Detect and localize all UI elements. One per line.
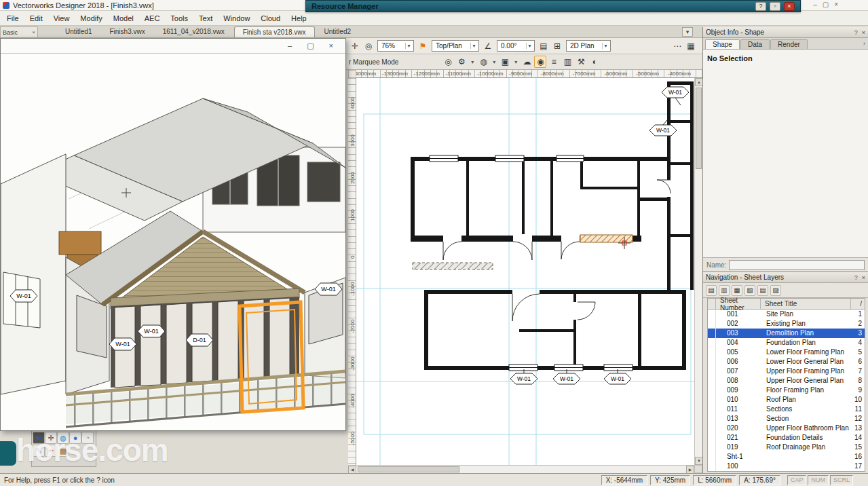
class-options-icon[interactable]: ⊞ bbox=[551, 40, 563, 52]
sheet-row[interactable]: 003Demolition Plan3 bbox=[708, 329, 865, 338]
pan-tool-icon[interactable]: ✛ bbox=[45, 432, 57, 444]
column-icon[interactable]: ▥ bbox=[561, 56, 573, 68]
stacking-order-column-header[interactable]: / bbox=[851, 299, 865, 309]
sheet-row[interactable]: 009Floor Framing Plan9 bbox=[708, 386, 865, 395]
caret-icon[interactable]: ▾ bbox=[526, 43, 533, 49]
basket-weave-icon[interactable]: ▩ bbox=[57, 445, 69, 457]
basic-tool-palette[interactable]: Basic × bbox=[0, 26, 38, 38]
menu-model[interactable]: Model bbox=[108, 12, 139, 24]
menu-window[interactable]: Window bbox=[218, 12, 255, 24]
tab-render[interactable]: Render bbox=[770, 39, 808, 49]
render-ball-icon[interactable]: ● bbox=[69, 432, 81, 444]
zoom-tool-icon[interactable]: ◎ bbox=[442, 56, 454, 68]
caret-icon[interactable]: ▾ bbox=[470, 43, 477, 49]
drawing-canvas[interactable]: W-01 W-01 W-01 W-01 W-01 bbox=[356, 78, 694, 465]
object-info-help-icon[interactable]: ? bbox=[854, 29, 858, 36]
saved-views-icon[interactable]: ▤ bbox=[757, 285, 768, 296]
sheet-number-column-header[interactable]: Sheet Number bbox=[716, 299, 761, 309]
sheet-row[interactable]: 006Lower Floor General Plan6 bbox=[708, 357, 865, 367]
sheet-row[interactable]: 005Lower Floor Framing Plan5 bbox=[708, 348, 865, 357]
sheet-row[interactable]: 013Section12 bbox=[708, 414, 865, 424]
name-input[interactable] bbox=[729, 260, 865, 270]
visibility-eye-icon[interactable]: ◉ bbox=[534, 56, 546, 68]
flyover-tool-icon[interactable]: ◍ bbox=[57, 432, 69, 444]
menu-tools[interactable]: Tools bbox=[165, 12, 193, 24]
more-dots-icon[interactable]: ⋯ bbox=[671, 40, 683, 52]
document-minimize-button[interactable]: – bbox=[813, 1, 817, 8]
tab-shape[interactable]: Shape bbox=[705, 39, 740, 49]
caret-icon[interactable]: ▾ bbox=[602, 43, 609, 49]
render-window-maximize-button[interactable]: ▢ bbox=[307, 42, 314, 50]
sheet-row[interactable]: 011Sections11 bbox=[708, 405, 865, 414]
cloud-icon[interactable]: ☁ bbox=[521, 56, 533, 68]
caret-icon[interactable]: ▾ bbox=[405, 43, 412, 49]
render-window-close-button[interactable]: × bbox=[329, 42, 333, 50]
render-globe-icon[interactable]: ◍ bbox=[477, 56, 489, 68]
tab-overflow-dropdown[interactable]: ▾ bbox=[682, 27, 693, 37]
vertical-ruler[interactable]: 40003000200010000-1000-2000-3000-4000-50… bbox=[348, 78, 356, 465]
menu-view[interactable]: View bbox=[48, 12, 75, 24]
classes-icon[interactable]: ▦ bbox=[732, 285, 742, 296]
document-tab[interactable]: Untitled2 bbox=[316, 26, 359, 37]
render-window-titlebar[interactable]: – ▢ × bbox=[1, 39, 345, 54]
sheet-row[interactable]: 001Site Plan1 bbox=[708, 310, 865, 319]
resource-manager-help-button[interactable]: ? bbox=[755, 2, 766, 11]
caret-icon[interactable]: ▾ bbox=[491, 56, 497, 68]
menu-file[interactable]: File bbox=[1, 12, 24, 24]
render-window-minimize-button[interactable]: – bbox=[288, 42, 292, 50]
pan-hand-icon[interactable]: ✛ bbox=[349, 40, 361, 52]
sheet-row[interactable]: 007Upper Floor Framing Plan7 bbox=[708, 367, 865, 376]
document-tab[interactable]: Finish sta v2018.vwx bbox=[234, 26, 315, 37]
sheet-row[interactable]: 10017 bbox=[708, 462, 865, 471]
menu-aec[interactable]: AEC bbox=[139, 12, 166, 24]
caret-icon[interactable]: ▾ bbox=[469, 56, 476, 68]
basic-palette-close-icon[interactable]: × bbox=[32, 29, 35, 35]
menu-help[interactable]: Help bbox=[286, 12, 312, 24]
angle-icon[interactable]: ∠ bbox=[482, 40, 494, 52]
viewports-icon[interactable]: ▧ bbox=[744, 285, 755, 296]
caret-icon[interactable]: ▾ bbox=[512, 56, 519, 68]
pen-tool-icon[interactable]: ✒ bbox=[45, 445, 57, 457]
design-layers-icon[interactable]: ▤ bbox=[706, 285, 717, 296]
sheet-layers-icon[interactable]: ▥ bbox=[719, 285, 730, 296]
menu-modify[interactable]: Modify bbox=[75, 12, 107, 24]
gear-icon[interactable]: ⚙ bbox=[455, 56, 468, 68]
vertical-scroll-thumb[interactable] bbox=[696, 88, 702, 169]
sheet-row[interactable]: 010Roof Plan10 bbox=[708, 395, 865, 405]
contrast-icon[interactable]: ◐ bbox=[588, 56, 601, 68]
floor-plan-drawing[interactable]: W-01 W-01 W-01 W-01 W-01 bbox=[356, 78, 694, 465]
object-info-close-icon[interactable]: × bbox=[862, 29, 865, 36]
document-close-button[interactable]: × bbox=[834, 1, 838, 8]
tabs-chevron-icon[interactable]: › bbox=[863, 40, 865, 47]
document-tab[interactable]: Finish3.vwx bbox=[101, 26, 153, 37]
rotation-combo[interactable]: 0.00° ▾ bbox=[497, 40, 535, 52]
document-tab[interactable]: Untitled1 bbox=[57, 26, 100, 37]
view-cube-icon[interactable]: ▣ bbox=[499, 56, 511, 68]
sheet-row[interactable]: Sht-116 bbox=[708, 452, 865, 462]
resource-manager-titlebar[interactable]: Resource Manager ? ▫ × bbox=[305, 0, 801, 12]
view-combo[interactable]: Top/Plan ▾ bbox=[432, 40, 479, 52]
sheet-title-column-header[interactable]: Sheet Title bbox=[761, 299, 851, 309]
saved-views-icon[interactable]: ▤ bbox=[537, 40, 550, 52]
document-tab[interactable]: 1611_04_v2018.vwx bbox=[155, 26, 233, 37]
flag-icon[interactable]: ⚑ bbox=[417, 40, 429, 52]
resource-manager-restore-button[interactable]: ▫ bbox=[770, 2, 780, 11]
render-3d-view[interactable]: W-01 W-01 W-01 D-01 W-01 bbox=[1, 54, 345, 430]
menu-text[interactable]: Text bbox=[193, 12, 218, 24]
object-info-header[interactable]: Object Info - Shape ? × bbox=[703, 27, 868, 38]
layers-stack-icon[interactable]: ≡ bbox=[548, 56, 560, 68]
menu-edit[interactable]: Edit bbox=[24, 12, 48, 24]
sheet-row[interactable]: 019Roof Drainage Plan15 bbox=[708, 443, 865, 452]
sheet-row[interactable]: 004Foundation Plan4 bbox=[708, 338, 865, 348]
zoom-level-combo[interactable]: 76% ▾ bbox=[377, 40, 414, 52]
select-tool-icon[interactable]: ➤ bbox=[33, 432, 45, 444]
navigation-help-icon[interactable]: ? bbox=[854, 274, 858, 281]
navigation-header[interactable]: Navigation - Sheet Layers ? × bbox=[703, 272, 868, 283]
horizontal-scroll-thumb[interactable] bbox=[358, 466, 459, 472]
detach-panel-icon[interactable]: ▦ bbox=[685, 40, 697, 52]
sheet-row[interactable]: 020Upper Floor Bathroom Plan13 bbox=[708, 424, 865, 433]
render-mode-combo[interactable]: 2D Plan ▾ bbox=[566, 40, 611, 52]
sheet-row[interactable]: 002Existing Plan2 bbox=[708, 319, 865, 329]
navigation-close-icon[interactable]: × bbox=[862, 274, 865, 281]
vertical-scrollbar[interactable]: ▲ ▼ bbox=[694, 78, 702, 465]
